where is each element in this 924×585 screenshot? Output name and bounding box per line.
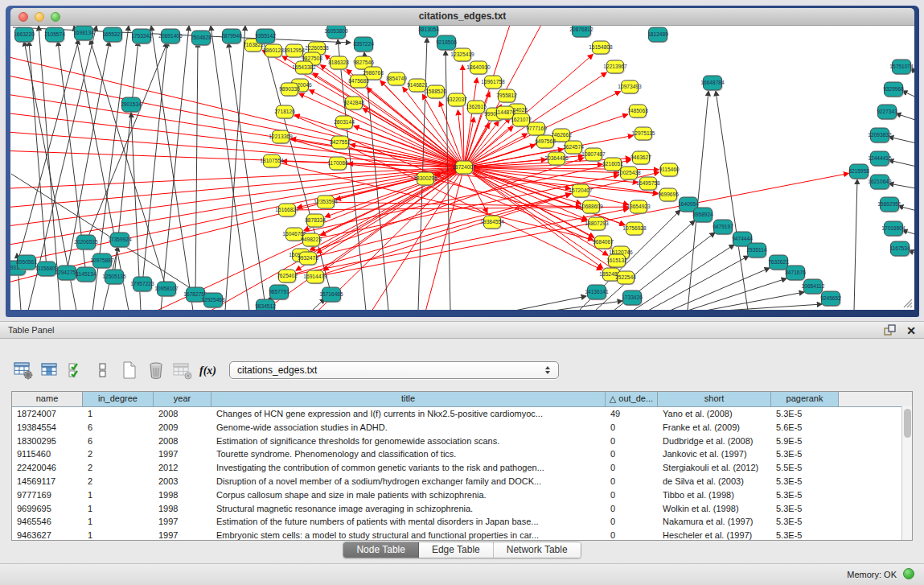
graph-node[interactable]: 1615132 (606, 254, 627, 268)
resize-grip-icon[interactable] (901, 297, 914, 309)
graph-node[interactable]: 7625402 (277, 270, 298, 283)
column-header-year[interactable]: year (154, 392, 211, 406)
show-columns-button[interactable] (36, 360, 63, 383)
graph-node[interactable]: 15716485 (319, 287, 343, 303)
graph-node[interactable]: 10807487 (581, 148, 606, 162)
table-scrollbar-thumb[interactable] (904, 409, 911, 438)
graph-node[interactable]: 8215958 (848, 164, 869, 179)
graph-node[interactable]: 20364486 (544, 152, 569, 166)
graph-node[interactable]: 2803144 (334, 116, 355, 130)
graph-node[interactable]: 8950561 (16, 255, 37, 270)
graph-node[interactable]: 9245652 (820, 291, 841, 307)
window-titlebar[interactable]: citations_edges.txt (10, 8, 914, 26)
graph-node[interactable]: 17957223 (130, 277, 154, 292)
table-row[interactable]: 946362711997Embryonic stem cells: a mode… (12, 529, 912, 541)
float-panel-icon[interactable] (883, 323, 897, 337)
graph-node[interactable]: 12444415 (868, 151, 892, 167)
graph-node[interactable]: 9857791 (269, 285, 290, 300)
graph-node[interactable]: 9834512 (255, 299, 276, 310)
graph-node[interactable]: 8471676 (785, 266, 806, 281)
column-header-short[interactable]: short (658, 392, 771, 406)
graph-node[interactable]: 16961758 (481, 76, 505, 89)
graph-node[interactable]: 10958107 (154, 282, 179, 297)
row-height-button[interactable] (89, 360, 116, 383)
graph-node[interactable]: 3624574 (563, 141, 584, 154)
graph-node[interactable]: 17359924 (108, 233, 132, 248)
graph-node[interactable]: 14136141 (585, 285, 609, 300)
table-scrollbar[interactable] (901, 406, 912, 541)
tab-node-table[interactable]: Node Table (343, 542, 419, 558)
graph-node[interactable]: 8958924 (692, 208, 713, 223)
graph-node[interactable]: 8878334 (305, 214, 326, 228)
graph-node[interactable]: 1753342 (131, 29, 152, 44)
graph-node[interactable]: 9227343 (877, 105, 897, 120)
graph-node[interactable]: 9218506 (436, 35, 457, 51)
graph-node[interactable]: 2504628 (191, 31, 211, 46)
graph-node[interactable]: 1655327 (102, 27, 123, 43)
graph-node[interactable]: 13654923 (626, 200, 651, 214)
graph-node[interactable]: 17016504 (881, 221, 906, 237)
graph-node[interactable]: 1733426 (622, 290, 643, 306)
graph-node[interactable]: 9329966 (883, 82, 904, 97)
graph-node[interactable]: 9890335 (279, 83, 300, 97)
network-canvas[interactable]: 1872400718300295193845547163822886012889… (10, 26, 914, 310)
graph-node[interactable]: 12093832 (868, 128, 892, 143)
table-row[interactable]: 1456911722003Disruption of a novel membe… (12, 475, 912, 488)
delete-column-button[interactable] (142, 360, 169, 383)
graph-node[interactable]: 2522544 (615, 271, 636, 285)
graph-node[interactable]: 8860128 (263, 44, 284, 58)
graph-node[interactable]: 6497568 (535, 135, 556, 149)
graph-node[interactable]: 18807293 (585, 217, 609, 231)
graph-node[interactable]: 8854749 (386, 72, 407, 86)
graph-node[interactable]: 12505135 (102, 270, 126, 285)
graph-node[interactable]: 10973493 (618, 80, 642, 94)
table-row[interactable]: 1872400712008Changes of HCN gene express… (12, 407, 912, 421)
graph-node[interactable]: 15166827 (275, 204, 299, 217)
graph-node[interactable]: 2901534 (121, 97, 142, 113)
graph-node[interactable]: 1663220 (14, 27, 35, 43)
graph-node[interactable]: 7955812 (496, 89, 517, 103)
graph-node[interactable]: 2935114 (746, 243, 767, 258)
graph-node[interactable]: 19384554 (480, 216, 504, 229)
graph-node[interactable]: 15692951 (877, 197, 901, 212)
graph-node[interactable]: 9498223 (301, 233, 322, 247)
graph-node[interactable]: 8427552 (330, 136, 351, 150)
column-header-out_de[interactable]: △ out_de... (606, 392, 658, 406)
graph-node[interactable]: 10975887 (90, 253, 114, 269)
graph-node[interactable]: 9355142 (255, 29, 276, 44)
graph-node[interactable]: 2879946 (221, 29, 242, 44)
table-row[interactable]: 911546021997Tourette syndrome. Phenomeno… (12, 447, 912, 461)
graph-node[interactable]: 8475685 (348, 75, 369, 89)
graph-node[interactable]: 9699695 (658, 188, 679, 202)
graph-node[interactable]: 1698134 (73, 26, 94, 41)
graph-node[interactable]: 12213967 (603, 60, 627, 74)
table-row[interactable]: 969969511998Structural magnetic resonanc… (12, 502, 912, 516)
graph-node[interactable]: 6479197 (713, 220, 733, 235)
graph-node[interactable]: 1170086 (327, 157, 348, 171)
table-row[interactable]: 1938455462009Genome-wide association stu… (12, 421, 912, 435)
graph-node[interactable]: 10756928 (622, 222, 647, 236)
graph-node[interactable]: 1167534 (889, 241, 910, 257)
select-columns-button[interactable] (63, 360, 89, 383)
table-row[interactable]: 977716911998Corpus callosum shape and si… (12, 488, 912, 502)
column-header-name[interactable]: name (12, 392, 83, 406)
table-selector-dropdown[interactable]: citations_edges.txt (229, 361, 559, 379)
graph-node[interactable]: 8813054 (418, 26, 439, 38)
graph-node[interactable]: 9932478 (298, 252, 318, 266)
graph-node[interactable]: 7485063 (627, 105, 648, 118)
graph-node[interactable]: 16210643 (868, 175, 892, 190)
graph-node[interactable]: 10025438 (617, 167, 641, 180)
graph-node[interactable]: 15751074 (889, 60, 914, 75)
graph-node[interactable]: 15720407 (569, 184, 593, 198)
graph-node[interactable]: 9463627 (630, 151, 651, 165)
graph-node[interactable]: 9777169 (526, 122, 547, 136)
table-mode-button[interactable] (10, 360, 36, 383)
table-row[interactable]: 1830029562008Estimation of significance … (12, 435, 912, 448)
graph-node[interactable]: 8357224 (353, 37, 374, 52)
tab-network-table[interactable]: Network Table (494, 542, 581, 558)
graph-node[interactable]: 9115460 (659, 163, 680, 177)
graph-node[interactable]: 10688609 (579, 200, 603, 214)
close-panel-icon[interactable]: ✕ (906, 324, 916, 337)
graph-node[interactable]: 20691406 (158, 29, 183, 44)
memory-ok-icon[interactable] (903, 568, 914, 579)
